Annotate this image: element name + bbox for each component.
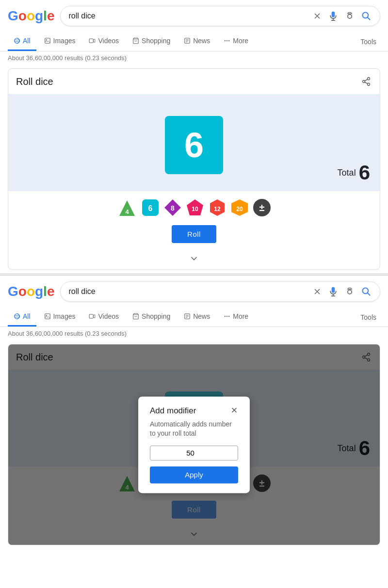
search-bar[interactable]: [60, 6, 380, 26]
svg-rect-49: [90, 314, 94, 318]
tab-videos[interactable]: Videos: [83, 32, 125, 51]
svg-point-17: [225, 40, 226, 41]
second-clear-button[interactable]: [312, 286, 323, 297]
svg-point-58: [228, 316, 229, 317]
tab-news[interactable]: News: [178, 32, 216, 51]
svg-text:±: ±: [259, 202, 265, 213]
voice-search-button[interactable]: [327, 10, 339, 22]
die-d8-button[interactable]: 8: [163, 198, 182, 218]
svg-point-19: [228, 40, 229, 41]
svg-point-21: [363, 81, 365, 83]
svg-line-23: [365, 82, 368, 83]
svg-text:8: 8: [171, 204, 175, 212]
svg-point-41: [348, 290, 352, 294]
second-tab-images[interactable]: Images: [38, 308, 81, 327]
logo-l: l: [43, 8, 47, 23]
tab-images[interactable]: Images: [38, 32, 81, 51]
svg-text:10: 10: [192, 206, 198, 212]
svg-point-57: [226, 316, 227, 317]
svg-rect-10: [90, 39, 94, 43]
clear-search-button[interactable]: [312, 11, 323, 21]
logo-o1: o: [18, 8, 27, 23]
die-d10-button[interactable]: 10: [186, 198, 204, 218]
share-icon: [361, 77, 371, 86]
images-tab-icon: [44, 37, 51, 44]
svg-point-18: [226, 40, 227, 41]
svg-point-20: [368, 78, 370, 80]
d4-icon: 4: [117, 198, 137, 218]
svg-point-56: [225, 316, 226, 317]
second-lens-button[interactable]: [344, 286, 356, 297]
svg-text:12: 12: [214, 206, 221, 212]
d20-icon: 20: [230, 198, 249, 217]
logo-o2: o: [27, 8, 35, 23]
modifier-icon: ±: [253, 198, 271, 217]
logo-e: e: [47, 8, 55, 23]
shopping-tab-icon: [132, 37, 139, 44]
total-value: 6: [359, 161, 370, 184]
second-voice-button[interactable]: [327, 286, 339, 297]
d12-icon: 12: [208, 198, 226, 217]
logo-G: G: [8, 8, 18, 23]
second-tab-more[interactable]: More: [218, 308, 254, 327]
second-tab-videos[interactable]: Videos: [83, 308, 125, 327]
search-icon: [361, 11, 371, 21]
second-videos-tab-icon: [89, 313, 96, 320]
second-more-tab-icon: [224, 313, 230, 320]
second-tab-news[interactable]: News: [178, 308, 216, 327]
logo-g: g: [35, 8, 43, 23]
svg-point-2: [348, 15, 352, 18]
modal-close-button[interactable]: [230, 406, 238, 415]
dice-face: 6: [165, 116, 223, 174]
card-header: Roll dice: [8, 69, 380, 94]
second-images-tab-icon: [44, 313, 51, 320]
tab-shopping[interactable]: Shopping: [127, 32, 176, 51]
die-d20-button[interactable]: 20: [230, 198, 249, 218]
roll-button[interactable]: Roll: [172, 225, 216, 243]
svg-rect-47: [45, 314, 50, 319]
search-tabs: All Images Videos Shopping News More Too…: [0, 32, 388, 51]
tab-tools[interactable]: Tools: [356, 33, 380, 50]
second-dice-card: Roll dice 6 Total 6: [8, 344, 380, 545]
search-icons: [312, 10, 372, 22]
first-screen: Google: [0, 0, 388, 270]
d6-icon: 6: [141, 198, 160, 217]
total-label: Total: [338, 168, 356, 178]
second-tab-all[interactable]: All: [8, 308, 36, 327]
dice-selectors: 4 6 8 10: [8, 191, 380, 222]
second-search-icons: [312, 286, 372, 297]
apply-button[interactable]: Apply: [150, 466, 238, 483]
die-d6-button[interactable]: 6: [141, 198, 160, 218]
card-chevron[interactable]: [8, 250, 380, 269]
second-search-tabs: All Images Videos Shopping News More Too…: [0, 308, 388, 327]
modifier-button[interactable]: ±: [253, 198, 271, 218]
second-tab-tools[interactable]: Tools: [356, 309, 380, 326]
second-screen: Google: [0, 276, 388, 545]
videos-tab-icon: [89, 37, 96, 44]
all-tab-icon: [14, 37, 20, 44]
tab-more[interactable]: More: [218, 32, 254, 51]
svg-line-4: [368, 17, 370, 20]
add-modifier-modal: Add modifier Automatically adds number t…: [138, 396, 250, 493]
second-search-input[interactable]: [68, 287, 308, 296]
svg-text:20: 20: [236, 206, 243, 212]
second-tab-shopping[interactable]: Shopping: [127, 308, 176, 327]
svg-line-43: [368, 293, 370, 295]
die-d4-button[interactable]: 4: [117, 198, 137, 218]
svg-text:4: 4: [125, 208, 129, 215]
more-tab-icon: [224, 37, 230, 44]
modal-close-icon: [230, 406, 238, 414]
svg-point-9: [46, 39, 47, 40]
second-search-bar[interactable]: [60, 281, 380, 302]
search-input[interactable]: [68, 12, 308, 20]
tab-all[interactable]: All: [8, 32, 36, 51]
svg-point-22: [368, 83, 370, 85]
modifier-input[interactable]: [150, 445, 238, 460]
second-search-button[interactable]: [360, 286, 372, 297]
share-button[interactable]: [360, 76, 372, 87]
die-d12-button[interactable]: 12: [208, 198, 226, 218]
lens-search-button[interactable]: [344, 10, 356, 22]
search-button[interactable]: [360, 10, 372, 22]
dice-card: Roll dice 6 Total 6: [8, 68, 380, 270]
second-shopping-tab-icon: [132, 313, 139, 320]
